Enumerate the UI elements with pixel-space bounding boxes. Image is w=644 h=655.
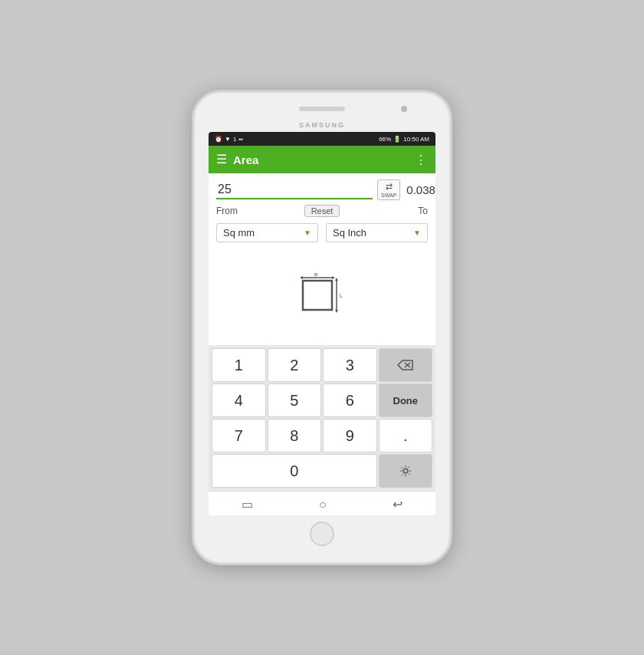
key-1[interactable]: 1 <box>212 348 266 382</box>
network-icon: ▪▪ <box>238 136 243 143</box>
reset-button[interactable]: Reset <box>304 205 340 217</box>
svg-marker-9 <box>398 360 412 370</box>
recent-apps-icon[interactable]: ▭ <box>242 497 253 512</box>
swap-label: SWAP <box>381 193 396 198</box>
settings-key[interactable] <box>379 454 433 488</box>
svg-marker-6 <box>335 278 338 281</box>
brand-label: SAMSUNG <box>299 121 345 129</box>
screen: ⏰ ▼ 1 ▪▪ 66% 🔋 10:50 AM ☰ Area ⋮ <box>209 132 435 515</box>
area-diagram: w L <box>295 273 349 319</box>
svg-point-13 <box>403 469 407 473</box>
signal-icon: 1 <box>233 136 236 143</box>
swap-arrow-icon: ⇄ <box>386 182 393 192</box>
to-unit-dropdown-arrow: ▼ <box>413 229 421 237</box>
key-9[interactable]: 9 <box>323 419 377 453</box>
from-input[interactable] <box>216 181 373 199</box>
done-key[interactable]: Done <box>379 383 433 417</box>
phone-device: SAMSUNG ⏰ ▼ 1 ▪▪ 66% 🔋 10:50 AM ☰ Area ⋮ <box>192 90 452 565</box>
swap-button[interactable]: ⇄ SWAP <box>377 179 400 200</box>
to-unit-select[interactable]: Sq Inch ▼ <box>326 223 428 242</box>
key-0[interactable]: 0 <box>212 454 377 488</box>
app-bar: ☰ Area ⋮ <box>209 146 435 173</box>
wifi-icon: ▼ <box>225 136 231 143</box>
svg-text:w: w <box>313 273 318 277</box>
menu-icon[interactable]: ☰ <box>216 153 227 166</box>
nav-bar: ▭ ○ ↩ <box>209 491 435 515</box>
units-row: Sq mm ▼ Sq Inch ▼ <box>209 220 435 247</box>
key-8[interactable]: 8 <box>268 419 322 453</box>
key-5[interactable]: 5 <box>268 383 322 417</box>
app-title: Area <box>233 153 258 166</box>
svg-text:L: L <box>340 293 343 298</box>
conversion-row: ⇄ SWAP 0.03875 <box>209 173 435 203</box>
from-label: From <box>216 206 300 216</box>
to-value: 0.03875 <box>405 182 435 198</box>
to-label: To <box>344 206 428 216</box>
key-3[interactable]: 3 <box>323 348 377 382</box>
diagram-area: w L <box>209 247 435 345</box>
main-content: ⇄ SWAP 0.03875 From Reset To Sq mm ▼ Sq … <box>209 173 435 491</box>
home-icon[interactable]: ○ <box>319 498 327 512</box>
decimal-key[interactable]: . <box>379 419 433 453</box>
from-unit-select[interactable]: Sq mm ▼ <box>216 223 318 242</box>
key-2[interactable]: 2 <box>268 348 322 382</box>
back-icon[interactable]: ↩ <box>393 497 402 512</box>
front-camera <box>401 106 407 112</box>
alarm-icon: ⏰ <box>215 136 222 143</box>
app-bar-left: ☰ Area <box>216 153 258 166</box>
status-bar: ⏰ ▼ 1 ▪▪ 66% 🔋 10:50 AM <box>209 132 435 146</box>
status-icons-right: 66% 🔋 10:50 AM <box>379 136 429 143</box>
from-unit-label: Sq mm <box>223 227 255 239</box>
home-button[interactable] <box>310 522 334 546</box>
svg-marker-3 <box>332 276 335 279</box>
numeric-keyboard: 1 2 3 4 5 6 Done 7 8 9 <box>209 345 435 491</box>
key-6[interactable]: 6 <box>323 383 377 417</box>
speaker-grille <box>299 107 345 111</box>
key-7[interactable]: 7 <box>212 419 266 453</box>
backspace-key[interactable] <box>379 348 433 382</box>
more-options-icon[interactable]: ⋮ <box>415 153 428 167</box>
labels-row: From Reset To <box>209 203 435 220</box>
phone-top <box>200 101 444 118</box>
svg-marker-7 <box>335 310 338 313</box>
key-4[interactable]: 4 <box>212 383 266 417</box>
svg-rect-0 <box>303 281 332 310</box>
svg-marker-2 <box>300 276 303 279</box>
square-svg: w L <box>295 273 349 319</box>
phone-bottom <box>310 522 334 546</box>
time-display: 10:50 AM <box>403 136 429 143</box>
battery-icon: 🔋 <box>393 136 401 143</box>
battery-percent: 66% <box>379 136 391 143</box>
status-icons-left: ⏰ ▼ 1 ▪▪ <box>215 136 243 143</box>
from-unit-dropdown-arrow: ▼ <box>304 229 311 237</box>
to-unit-label: Sq Inch <box>333 227 366 239</box>
